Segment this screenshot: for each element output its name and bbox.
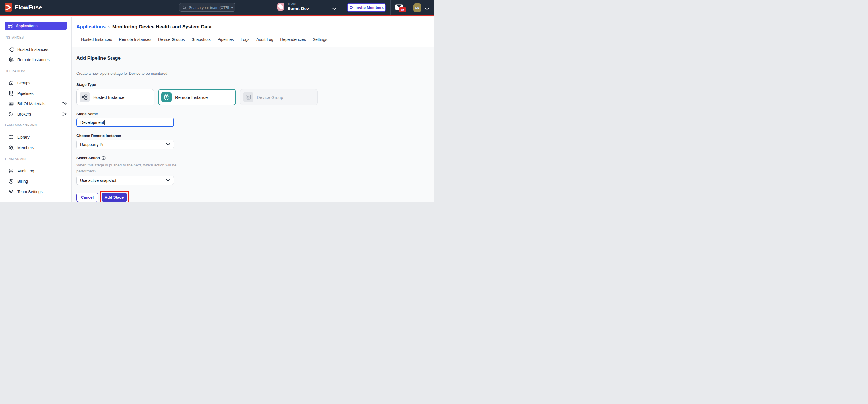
sidebar-item-label: Hosted Instances <box>17 47 67 52</box>
sidebar-item-applications[interactable]: Applications <box>5 22 67 30</box>
team-name: Sumit-Dev <box>288 6 309 11</box>
action-value: Use active snapshot <box>80 178 116 183</box>
sidebar-item-members[interactable]: Members <box>0 143 71 153</box>
tab-settings[interactable]: Settings <box>313 37 328 43</box>
remote-instance-select[interactable]: Raspberry Pi <box>76 140 174 149</box>
team-label: TEAM: <box>288 3 309 5</box>
stage-type-label: Stage Type <box>76 83 434 87</box>
tab-logs[interactable]: Logs <box>241 37 249 43</box>
user-menu-chevron-down-icon[interactable] <box>425 6 429 11</box>
sidebar-item-bill-of-materials[interactable]: Bill Of Materials <box>0 98 71 109</box>
add-pipeline-stage-form: Add Pipeline Stage Create a new pipeline… <box>72 48 434 202</box>
team-chevron-down-icon[interactable] <box>332 6 336 11</box>
sidebar: Applications INSTANCES Hosted Instances … <box>0 17 72 202</box>
applications-icon <box>8 23 12 28</box>
sidebar-section-operations: OPERATIONS <box>5 69 67 73</box>
breadcrumb: Applications › Monitoring Device Health … <box>72 17 434 30</box>
sidebar-item-label: Pipelines <box>17 91 67 96</box>
team-switcher[interactable]: TEAM: Sumit-Dev <box>277 3 309 11</box>
page-header: Applications › Monitoring Device Health … <box>72 17 434 48</box>
tab-device-groups[interactable]: Device Groups <box>158 37 185 43</box>
gear-icon <box>9 189 14 194</box>
invite-members-label: Invite Members <box>355 5 384 10</box>
tab-hosted-instances[interactable]: Hosted Instances <box>81 37 112 43</box>
stage-name-label: Stage Name <box>76 112 434 116</box>
top-navbar: FlowFuse Search your team (CTRL + K) TEA… <box>0 0 434 16</box>
sidebar-item-label: Audit Log <box>17 169 67 173</box>
info-icon[interactable] <box>102 156 105 160</box>
form-description: Create a new pipeline stage for Device t… <box>76 71 434 76</box>
breadcrumb-applications-link[interactable]: Applications <box>76 24 105 30</box>
invite-members-button[interactable]: Invite Members <box>347 3 386 12</box>
form-actions: Cancel Add Stage <box>76 191 434 202</box>
sidebar-item-label: Brokers <box>17 112 59 116</box>
sidebar-section-team-management: TEAM MANAGEMENT <box>5 123 67 127</box>
tab-audit-log[interactable]: Audit Log <box>256 37 273 43</box>
search-input[interactable]: Search your team (CTRL + K) <box>179 3 236 12</box>
stage-type-hosted-instance[interactable]: Hosted Instance <box>76 89 154 105</box>
add-stage-button[interactable]: Add Stage <box>102 193 127 202</box>
sidebar-item-audit-log[interactable]: Audit Log <box>0 166 71 176</box>
sidebar-item-billing[interactable]: Billing <box>0 176 71 186</box>
user-plus-icon <box>349 5 353 10</box>
sidebar-item-brokers[interactable]: Brokers <box>0 109 71 119</box>
main-content: Applications › Monitoring Device Health … <box>72 17 434 202</box>
stage-name-input[interactable]: Development <box>76 117 174 127</box>
stage-type-option-label: Hosted Instance <box>93 95 124 100</box>
chevron-down-icon <box>166 179 170 182</box>
device-group-icon <box>243 92 253 102</box>
remote-instance-label: Choose Remote Instance <box>76 134 434 138</box>
tab-pipelines[interactable]: Pipelines <box>218 37 234 43</box>
brand-name: FlowFuse <box>15 4 42 11</box>
action-select[interactable]: Use active snapshot <box>76 176 174 185</box>
select-action-label-text: Select Action <box>76 156 100 160</box>
audit-log-icon <box>9 168 14 174</box>
tab-snapshots[interactable]: Snapshots <box>192 37 211 43</box>
app-window: FlowFuse Search your team (CTRL + K) TEA… <box>0 0 434 202</box>
page-title: Monitoring Device Health and System Data <box>112 24 212 30</box>
sparkles-icon <box>62 102 67 106</box>
remote-instances-icon <box>9 57 14 62</box>
text-cursor <box>104 120 105 125</box>
team-avatar <box>277 3 284 11</box>
cancel-button[interactable]: Cancel <box>76 193 98 202</box>
sidebar-item-hosted-instances[interactable]: Hosted Instances <box>0 44 71 55</box>
form-title: Add Pipeline Stage <box>76 55 434 61</box>
sparkles-icon <box>62 112 67 117</box>
brokers-icon <box>9 112 14 117</box>
hosted-instance-icon <box>80 92 90 102</box>
breadcrumb-separator: › <box>108 24 110 29</box>
sidebar-item-library[interactable]: Library <box>0 132 71 143</box>
notifications-button[interactable]: 15 <box>395 4 403 10</box>
remote-instance-icon <box>161 92 172 102</box>
sidebar-section-instances: INSTANCES <box>5 36 67 39</box>
click-highlight-annotation: Add Stage <box>100 191 129 202</box>
sidebar-item-label: Team Settings <box>17 190 67 194</box>
flowfuse-logo[interactable]: FlowFuse <box>5 3 42 12</box>
stage-type-option-label: Device Group <box>257 95 283 100</box>
sidebar-item-remote-instances[interactable]: Remote Instances <box>0 55 71 65</box>
sidebar-item-label: Members <box>17 145 67 150</box>
sidebar-item-team-settings[interactable]: Team Settings <box>0 186 71 197</box>
chevron-down-icon <box>166 143 170 146</box>
search-placeholder: Search your team (CTRL + K) <box>189 5 236 10</box>
select-action-helper-text: When this stage is pushed to the next, w… <box>76 162 183 174</box>
sidebar-item-label: Applications <box>16 24 38 28</box>
sidebar-item-label: Groups <box>17 81 67 85</box>
user-avatar[interactable]: su <box>413 3 422 12</box>
bill-of-materials-icon <box>9 101 14 106</box>
groups-icon <box>9 81 14 86</box>
sidebar-section-team-admin: TEAM ADMIN <box>5 157 67 161</box>
navbar-divider <box>238 0 238 15</box>
stage-type-remote-instance[interactable]: Remote Instance <box>158 89 236 105</box>
sidebar-item-label: Billing <box>17 179 67 183</box>
sidebar-item-groups[interactable]: Groups <box>0 78 71 88</box>
tab-dependencies[interactable]: Dependencies <box>280 37 306 43</box>
stage-type-options: Hosted Instance Remote Instance <box>76 89 434 105</box>
tab-bar: Hosted Instances Remote Instances Device… <box>81 37 434 43</box>
billing-icon <box>9 179 14 184</box>
remote-instance-value: Raspberry Pi <box>80 142 103 147</box>
tab-remote-instances[interactable]: Remote Instances <box>119 37 151 43</box>
sidebar-item-label: Remote Instances <box>17 57 67 62</box>
sidebar-item-pipelines[interactable]: Pipelines <box>0 88 71 98</box>
